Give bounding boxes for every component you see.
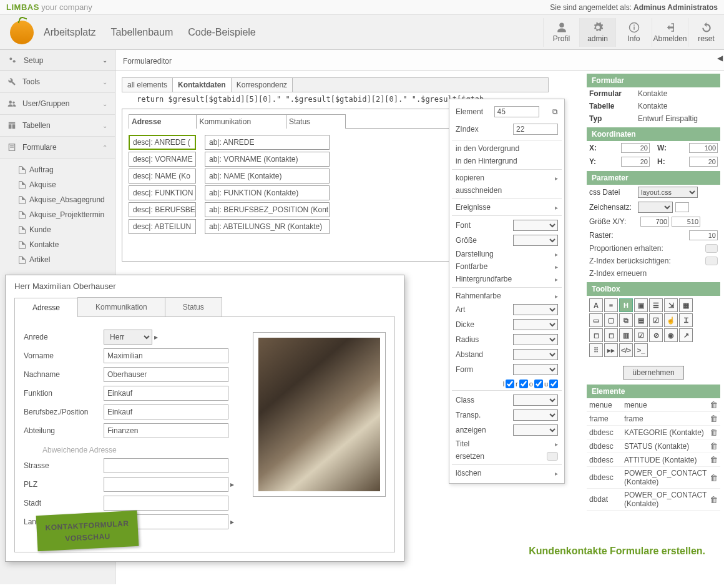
ctx-class-select[interactable] bbox=[513, 394, 558, 406]
tool-box2[interactable]: ◻ bbox=[604, 328, 618, 342]
form-akquise[interactable]: Akquise bbox=[16, 177, 115, 192]
field-ab-name[interactable]: ab|: NAME (Kontakte) bbox=[205, 169, 330, 184]
coord-w-input[interactable] bbox=[689, 143, 718, 153]
stadt-input[interactable] bbox=[104, 496, 228, 511]
ctx-zindex-input[interactable] bbox=[513, 124, 558, 135]
element-row[interactable]: frameframe🗑 bbox=[587, 412, 720, 426]
anrede-select[interactable]: Herr bbox=[104, 330, 152, 345]
tool-image[interactable]: ▣ bbox=[634, 298, 648, 312]
collapse-icon[interactable]: ◀ bbox=[717, 54, 723, 62]
abteilung-input[interactable] bbox=[104, 423, 228, 438]
ctx-title[interactable]: Titel▸ bbox=[456, 438, 558, 450]
sidebar-head-setup[interactable]: Setup ⌄ bbox=[0, 50, 115, 71]
delete-icon[interactable]: 🗑 bbox=[710, 400, 718, 409]
coord-y-input[interactable] bbox=[621, 157, 650, 167]
element-row[interactable]: dbdescSTATUS (Kontakte)🗑 bbox=[587, 439, 720, 453]
coord-h-input[interactable] bbox=[689, 157, 718, 167]
raster-input[interactable] bbox=[689, 230, 718, 240]
sidebar-item-user-gruppen[interactable]: User/Gruppen⌄ bbox=[0, 93, 115, 115]
zindex-toggle[interactable] bbox=[705, 257, 718, 265]
cb-u[interactable] bbox=[549, 380, 558, 388]
ctx-size-select[interactable] bbox=[513, 235, 558, 246]
tool-link[interactable]: ⇲ bbox=[664, 298, 678, 312]
ctx-thick-select[interactable] bbox=[513, 319, 558, 330]
tool-stop[interactable]: ⊘ bbox=[649, 328, 663, 342]
etab-adresse[interactable]: Adresse bbox=[129, 114, 197, 129]
ptab-adresse[interactable]: Adresse bbox=[14, 298, 78, 317]
tool-calendar[interactable]: ▦ bbox=[679, 298, 693, 312]
berufsbez-input[interactable] bbox=[104, 404, 228, 419]
strasse-input[interactable] bbox=[104, 458, 228, 473]
ctx-replace-toggle[interactable] bbox=[547, 452, 558, 461]
tab-korrespondenz[interactable]: Korrespondenz bbox=[232, 78, 293, 92]
form-kunde[interactable]: Kunde bbox=[16, 222, 115, 237]
ctx-copy[interactable]: kopieren▸ bbox=[456, 172, 558, 184]
size-y-input[interactable] bbox=[672, 217, 700, 227]
ctx-events[interactable]: Ereignisse▸ bbox=[456, 201, 558, 213]
field-ab-abteilung[interactable]: ab|: ABTEILUNGS_NR (Kontakte) bbox=[205, 219, 330, 234]
tool-eye[interactable]: ◉ bbox=[664, 328, 678, 342]
field-desc-name[interactable]: desc|: NAME (Ko bbox=[129, 169, 196, 184]
field-desc-vorname[interactable]: desc|: VORNAME bbox=[129, 152, 196, 167]
ctx-font-select[interactable] bbox=[513, 220, 558, 231]
ctx-gap-select[interactable] bbox=[513, 349, 558, 360]
field-ab-vorname[interactable]: ab|: VORNAME (Kontakte) bbox=[205, 152, 330, 167]
ctx-show-select[interactable] bbox=[513, 424, 558, 436]
css-file-select[interactable]: layout.css bbox=[638, 187, 698, 198]
ctx-cut[interactable]: ausschneiden bbox=[456, 184, 558, 197]
tool-dots[interactable]: ⠿ bbox=[589, 343, 603, 357]
sidebar-item-tools[interactable]: Tools⌄ bbox=[0, 71, 115, 93]
funktion-input[interactable] bbox=[104, 386, 228, 401]
tab-all-elements[interactable]: all elements bbox=[122, 78, 173, 92]
element-row[interactable]: dbdescATTITUDE (Kontakte)🗑 bbox=[587, 453, 720, 467]
field-ab-funktion[interactable]: ab|: FUNKTION (Kontakte) bbox=[205, 185, 330, 200]
coord-x-input[interactable] bbox=[621, 143, 650, 153]
ctx-background[interactable]: in den Hintergrund bbox=[456, 155, 558, 167]
admin-button[interactable]: admin bbox=[579, 18, 615, 47]
go-icon[interactable]: ▸ bbox=[154, 333, 158, 341]
zindex-renew-link[interactable]: Z-Index erneuern bbox=[589, 269, 647, 278]
form-akquise-projekttermin[interactable]: Akquise_Projekttermin bbox=[16, 207, 115, 222]
tool-list[interactable]: ☰ bbox=[649, 298, 663, 312]
info-button[interactable]: Info bbox=[615, 18, 652, 47]
nav-tabellenbaum[interactable]: Tabellenbaum bbox=[111, 27, 174, 38]
ctx-bgcolor[interactable]: Hintergrundfarbe▸ bbox=[456, 273, 558, 285]
abmelden-button[interactable]: Abmelden bbox=[652, 18, 688, 47]
nav-code-beispiele[interactable]: Code-Beispiele bbox=[188, 27, 256, 38]
tool-code[interactable]: </> bbox=[619, 343, 633, 357]
tool-cursor[interactable]: Ꮖ bbox=[679, 313, 693, 327]
tool-checkbox[interactable]: ☑ bbox=[649, 313, 663, 327]
tab-kontaktdaten[interactable]: Kontaktdaten bbox=[173, 78, 232, 92]
ptab-status[interactable]: Status bbox=[165, 297, 222, 316]
form-artikel[interactable]: Artikel bbox=[16, 252, 115, 267]
charset-extra-input[interactable] bbox=[675, 202, 689, 212]
sidebar-item-tabellen[interactable]: Tabellen⌄ bbox=[0, 115, 115, 137]
tool-box3[interactable]: ▥ bbox=[619, 328, 633, 342]
proportions-toggle[interactable] bbox=[705, 244, 718, 253]
ctx-fontcolor[interactable]: Fontfarbe▸ bbox=[456, 260, 558, 273]
ctx-bordercolor[interactable]: Rahmenfarbe▸ bbox=[456, 290, 558, 302]
field-desc-berufsbez[interactable]: desc|: BERUFSBE bbox=[129, 202, 196, 217]
tool-grid[interactable]: ▤ bbox=[634, 313, 648, 327]
ctx-form-select[interactable] bbox=[513, 364, 558, 375]
field-desc-funktion[interactable]: desc|: FUNKTION bbox=[129, 185, 196, 200]
element-row[interactable]: menuemenue🗑 bbox=[587, 398, 720, 412]
tool-group[interactable]: ⧉ bbox=[619, 313, 633, 327]
cb-o[interactable] bbox=[534, 380, 543, 388]
tool-pointer[interactable]: ☝ bbox=[664, 313, 678, 327]
tool-heading[interactable]: H bbox=[619, 298, 633, 312]
tool-box1[interactable]: ◻ bbox=[589, 328, 603, 342]
tool-check2[interactable]: ☑ bbox=[634, 328, 648, 342]
etab-status[interactable]: Status bbox=[286, 114, 346, 129]
field-desc-anrede[interactable]: desc|: ANREDE ( bbox=[129, 135, 196, 150]
ctx-art-select[interactable] bbox=[513, 304, 558, 315]
field-ab-anrede[interactable]: ab|: ANREDE bbox=[205, 135, 330, 150]
etab-kommunikation[interactable]: Kommunikation bbox=[196, 114, 286, 129]
tool-skip[interactable]: ▸▸ bbox=[604, 343, 618, 357]
vorname-input[interactable] bbox=[104, 348, 228, 363]
apply-button[interactable]: übernehmen bbox=[623, 366, 683, 380]
nachname-input[interactable] bbox=[104, 367, 228, 382]
cb-r[interactable] bbox=[519, 380, 528, 388]
tool-terminal[interactable]: >_ bbox=[634, 343, 648, 357]
element-row[interactable]: dbdescPOWER_OF_CONTACT (Kontakte)🗑 bbox=[587, 467, 720, 489]
